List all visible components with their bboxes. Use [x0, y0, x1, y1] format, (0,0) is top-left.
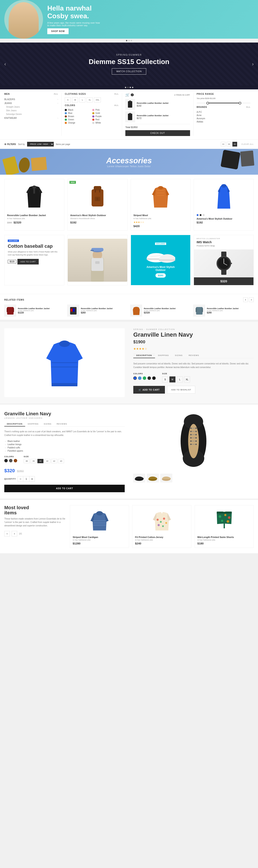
detail-tab-reviews[interactable]: REVIEWS: [186, 353, 202, 358]
add-to-cart-main-button[interactable]: 🛒 ADD TO CART: [133, 386, 165, 394]
related-prev-button[interactable]: ‹: [243, 297, 248, 302]
color-purple[interactable]: Purple: [92, 115, 119, 118]
hero-2-arrow-left[interactable]: ‹: [4, 61, 6, 67]
color-blue[interactable]: Blue: [65, 112, 91, 114]
shop-now-button[interactable]: SHOP NOW: [47, 28, 68, 34]
per-page-60[interactable]: 60: [232, 142, 237, 147]
color-gold[interactable]: Gold: [92, 112, 119, 114]
color-white[interactable]: White: [92, 122, 119, 124]
shoe-size-38[interactable]: 38: [24, 459, 30, 463]
related-item-1[interactable]: Reversible Leather Bomber Jacket In hac …: [4, 305, 65, 316]
product-card-4[interactable]: America's Most Stylish Outdoor $192: [194, 179, 254, 230]
filter-blazers[interactable]: BLAZERS ›: [4, 97, 58, 101]
price-handle-right[interactable]: [239, 102, 241, 104]
color-red[interactable]: Red: [92, 118, 119, 121]
pagination-next[interactable]: ›: [11, 531, 17, 536]
detail-color-3[interactable]: [143, 376, 146, 380]
product-card-3[interactable]: Striped Wool In hac habitasse plat. ★★★☆…: [131, 179, 191, 230]
color-brown[interactable]: Brown: [65, 115, 91, 118]
filters-toggle[interactable]: ⚙ FILTERS: [4, 143, 16, 146]
promo-cap-card[interactable]: EXCLUSIVE Cotton baseball cap Show your …: [4, 235, 64, 285]
detail-size-s[interactable]: S: [162, 376, 168, 382]
brand-apc[interactable]: A.P.C: [197, 111, 251, 114]
loved-card-3[interactable]: Mid-Length Printed Swim Shorts In hac ha…: [195, 505, 254, 548]
per-page-36[interactable]: 36: [227, 142, 231, 147]
brand-acne[interactable]: Acne: [197, 114, 251, 117]
related-item-2[interactable]: Reversible Leather Bomber Jacket In hac …: [67, 305, 128, 316]
detail-color-5[interactable]: [152, 376, 156, 380]
loved-card-2[interactable]: Fit Printed Cotton-Jersey In hac habitas…: [132, 505, 191, 548]
qty-input[interactable]: [23, 476, 29, 482]
per-page-24[interactable]: 24: [221, 142, 226, 147]
color-dot-light[interactable]: [203, 214, 205, 216]
filter-straight-jeans[interactable]: Straight Jeans: [6, 105, 58, 109]
shoe-tab-description[interactable]: DESCRIPTION: [4, 422, 25, 427]
shoe-thumb-2[interactable]: [147, 474, 159, 482]
shoe-color-2[interactable]: [9, 459, 12, 462]
filter-jeans[interactable]: JEANS ›: [4, 101, 58, 105]
pagination-prev[interactable]: ‹: [4, 531, 10, 536]
dot-2[interactable]: [128, 40, 130, 41]
exclusive-shoes-card[interactable]: EXCLUSIVE America's Most StylishOutdoor …: [131, 235, 191, 285]
brand-acronym[interactable]: Acronym: [197, 117, 251, 120]
shoe-tab-shipping[interactable]: SHIPPING: [25, 422, 41, 427]
dot-1[interactable]: [126, 40, 127, 41]
filter-knitwear[interactable]: KNITWEAR ›: [4, 116, 58, 120]
watch-card[interactable]: Bristos Clubmaster IMS Watch Prostore NA…: [194, 235, 254, 285]
color-orange[interactable]: Orange: [65, 122, 91, 124]
detail-color-2[interactable]: [138, 376, 141, 380]
shoe-size-43[interactable]: 43: [58, 459, 64, 463]
price-handle-left[interactable]: [206, 102, 209, 104]
hero-2-arrow-right[interactable]: ›: [252, 61, 254, 67]
shoe-size-42b[interactable]: 42: [51, 459, 57, 463]
filter-selvedge[interactable]: Selvedge Denim: [6, 112, 58, 116]
checkout-button[interactable]: CHECK OUT: [125, 130, 190, 136]
sizes-all[interactable]: ALL: [114, 93, 119, 95]
loved-card-1[interactable]: Striped Wool Cardigan In hac habitasse p…: [70, 505, 129, 548]
product-card-2[interactable]: NEW America's Most Stylish Outdoor Women…: [67, 179, 127, 230]
shoe-color-3[interactable]: [14, 459, 17, 462]
colors-all[interactable]: ALL: [114, 104, 119, 106]
color-dot-black[interactable]: [200, 214, 202, 216]
related-next-button[interactable]: ›: [249, 297, 254, 302]
detail-color-4[interactable]: [147, 376, 151, 380]
size-m[interactable]: M: [72, 97, 78, 102]
qty-increase[interactable]: +: [29, 476, 35, 482]
color-dot-blue[interactable]: [197, 214, 199, 216]
shoe-tab-reviews[interactable]: REVIEWS: [54, 422, 70, 427]
price-slider[interactable]: [197, 103, 251, 103]
filter-slim-jeans[interactable]: Slim Jeans: [6, 109, 58, 112]
filter-men-all[interactable]: ALL: [54, 93, 58, 95]
related-item-4[interactable]: Reversible Leather Bomber Jacket In hac …: [193, 305, 254, 316]
detail-color-1[interactable]: [133, 376, 137, 380]
detail-size-m[interactable]: M: [169, 376, 175, 382]
detail-tab-description[interactable]: DESCRIPTION: [133, 353, 155, 358]
shoe-tab-sizing[interactable]: SIZING: [41, 422, 54, 427]
dot-2-4[interactable]: [132, 87, 133, 88]
shoe-size-39[interactable]: 39: [31, 459, 36, 463]
shoe-thumb-1[interactable]: [133, 474, 145, 482]
size-l[interactable]: L: [79, 97, 85, 102]
detail-tab-sizing[interactable]: SIZING: [172, 353, 186, 358]
shoe-size-40[interactable]: 40: [37, 459, 44, 463]
color-green[interactable]: Green: [65, 118, 91, 121]
clear-all-button[interactable]: CLEAR ALL: [241, 143, 254, 145]
related-item-3[interactable]: Reversible Leather Bomber Jacket In hac …: [130, 305, 191, 316]
dot-3[interactable]: [131, 40, 132, 41]
color-pink[interactable]: Pink: [92, 109, 119, 111]
shoe-color-1[interactable]: [4, 459, 8, 462]
size-s[interactable]: S: [65, 97, 71, 102]
shoes-price-badge[interactable]: $183: [155, 273, 166, 278]
cap-add-cart-button[interactable]: ADD TO CART: [18, 259, 39, 265]
detail-size-l[interactable]: L: [177, 376, 183, 382]
brands-all[interactable]: ALL: [246, 106, 251, 108]
dot-2-3[interactable]: [130, 87, 131, 88]
watch-collection-button[interactable]: WATCH COLLECTION: [112, 68, 146, 74]
size-xxl[interactable]: XXL: [94, 97, 101, 102]
add-to-wishlist-button[interactable]: ADD TO WISHLIST: [167, 386, 195, 394]
color-black[interactable]: Black: [65, 109, 91, 111]
product-card-1[interactable]: Reversible Leather Bomber Jacket In hac …: [4, 179, 64, 230]
shoe-thumb-3[interactable]: [161, 474, 172, 482]
brand-adidas[interactable]: Adidas: [197, 120, 251, 123]
detail-size-xl[interactable]: XL: [184, 376, 190, 382]
